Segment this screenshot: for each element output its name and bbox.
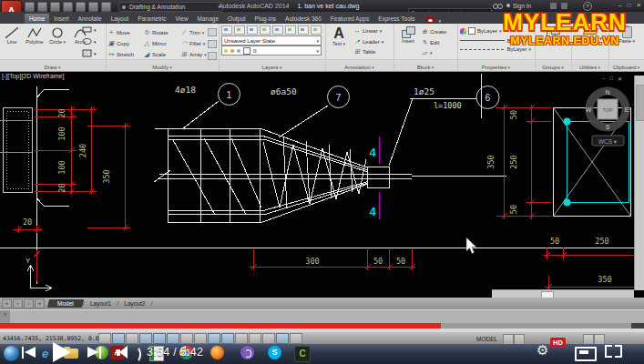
- next-layout-icon[interactable]: ›: [24, 298, 34, 308]
- windows-start-icon[interactable]: [4, 346, 19, 361]
- am-toggle[interactable]: [290, 333, 302, 344]
- help-icon[interactable]: ?: [583, 2, 592, 11]
- lwt-toggle[interactable]: [235, 333, 248, 344]
- mirror-button[interactable]: △Mirror: [143, 38, 180, 49]
- tab-layout2[interactable]: Layout2: [118, 299, 150, 308]
- tab-home[interactable]: Home: [25, 14, 49, 24]
- explode-icon[interactable]: [208, 40, 217, 48]
- groups-panel-label[interactable]: Groups: [535, 65, 571, 70]
- layer-lock-icon[interactable]: [272, 25, 283, 35]
- model-space-button[interactable]: MODEL: [476, 336, 497, 342]
- drawing-canvas[interactable]: 20 100 100 20 240 350 20 300 50 50 50 25…: [0, 71, 644, 298]
- video-progress-bar[interactable]: [0, 323, 644, 329]
- layer-dropdown[interactable]: 0 ▾: [221, 46, 322, 56]
- properties-panel-label[interactable]: Properties: [457, 65, 535, 70]
- undo-icon[interactable]: [88, 2, 98, 12]
- utilities-panel-label[interactable]: Utilities: [571, 65, 608, 70]
- measure-button[interactable]: Measure: [573, 27, 608, 41]
- workspace-dropdown[interactable]: Drafting & Annotation: [118, 2, 223, 12]
- viewcube-east[interactable]: E: [625, 106, 629, 113]
- tab-layout1[interactable]: Layout1: [85, 299, 117, 308]
- move-button[interactable]: +Move: [107, 27, 143, 38]
- 3dosnap-toggle[interactable]: [180, 333, 193, 344]
- block-panel-label[interactable]: Block: [394, 65, 457, 70]
- camtasia-icon[interactable]: C: [294, 346, 311, 362]
- previous-button[interactable]: [22, 347, 24, 359]
- rectangle-button[interactable]: ▾: [82, 25, 97, 34]
- tab-plugins[interactable]: Plug-ins: [250, 14, 281, 24]
- tab-insert[interactable]: Insert: [49, 14, 73, 24]
- tab-view[interactable]: View: [171, 14, 193, 24]
- tab-manage[interactable]: Manage: [193, 14, 224, 24]
- volume-speaker-icon[interactable]: [119, 346, 128, 359]
- object-color-dropdown[interactable]: ByLayer: [460, 27, 531, 35]
- copy-button[interactable]: ▣Copy: [107, 38, 143, 49]
- qp-toggle[interactable]: [262, 333, 275, 344]
- create-block-button[interactable]: ⊕Create: [421, 28, 446, 35]
- annotation-panel-label[interactable]: Annotation: [325, 65, 394, 70]
- communication-center-icon[interactable]: [561, 3, 567, 9]
- sign-in-button[interactable]: Sign In: [506, 3, 531, 9]
- viewcube-west[interactable]: W: [586, 106, 592, 113]
- minimize-icon[interactable]: –: [618, 2, 622, 9]
- record-icon[interactable]: [425, 16, 435, 24]
- layer-freeze-icon[interactable]: [260, 25, 271, 35]
- doc-close-icon[interactable]: ✕: [618, 76, 622, 82]
- otrack-toggle[interactable]: [194, 333, 207, 344]
- wcs-dropdown[interactable]: WCS ▾: [598, 138, 618, 145]
- open-icon[interactable]: [37, 2, 47, 12]
- next-icon[interactable]: [87, 347, 98, 358]
- last-layout-icon[interactable]: »: [35, 298, 45, 308]
- workspace-switch-icon[interactable]: [594, 334, 605, 345]
- tab-parametric[interactable]: Parametric: [133, 14, 170, 24]
- viber-icon[interactable]: [240, 346, 254, 359]
- tab-model[interactable]: Model: [47, 299, 84, 308]
- infer-toggle[interactable]: [98, 333, 111, 344]
- tab-autodesk360[interactable]: Autodesk 360: [281, 14, 326, 24]
- next-button[interactable]: [99, 347, 101, 359]
- plot-icon[interactable]: [76, 2, 86, 12]
- osnap-toggle[interactable]: [167, 333, 179, 344]
- search-binoculars-icon[interactable]: [493, 4, 502, 8]
- ortho-toggle[interactable]: [139, 333, 152, 344]
- layer-isolate-icon[interactable]: [247, 25, 258, 35]
- layout-quickview-icon[interactable]: [503, 334, 514, 345]
- ellipse-button[interactable]: ▾: [82, 37, 97, 46]
- redo-icon[interactable]: [101, 2, 111, 12]
- fullscreen-icon[interactable]: [605, 345, 622, 358]
- offset-icon[interactable]: [208, 52, 217, 60]
- layer-match-icon[interactable]: [285, 25, 296, 35]
- modify-panel-label[interactable]: Modify: [106, 65, 219, 70]
- sc-toggle[interactable]: [276, 333, 289, 344]
- close-icon[interactable]: ✕: [637, 2, 641, 9]
- clipboard-panel-label[interactable]: Clipboard: [608, 65, 644, 70]
- paste-button[interactable]: Paste: [610, 26, 643, 44]
- tab-featured-apps[interactable]: Featured Apps: [326, 14, 373, 24]
- internet-explorer-icon[interactable]: e: [42, 346, 48, 361]
- polyline-button[interactable]: Polyline: [25, 26, 45, 45]
- draw-panel-label[interactable]: Draw: [0, 65, 105, 70]
- doc-restore-icon[interactable]: □: [609, 76, 613, 82]
- viewcube-south[interactable]: S: [606, 124, 610, 130]
- layer-walk-icon[interactable]: [311, 25, 322, 35]
- previous-icon[interactable]: [25, 347, 36, 358]
- linetype-dropdown[interactable]: ByLayer: [460, 46, 531, 52]
- new-icon[interactable]: [25, 2, 35, 12]
- saveas-icon[interactable]: [63, 2, 73, 12]
- viewcube-north[interactable]: N: [605, 89, 609, 96]
- theater-mode-icon[interactable]: [575, 347, 597, 361]
- snap-toggle[interactable]: [112, 333, 125, 344]
- doc-minimize-icon[interactable]: –: [602, 76, 605, 82]
- viewport-controls[interactable]: [-][Top][2D Wireframe]: [2, 73, 64, 79]
- leader-button[interactable]: ↗Leader: [353, 38, 383, 46]
- tab-output[interactable]: Output: [223, 14, 250, 24]
- tab-express-tools[interactable]: Express Tools: [373, 14, 419, 24]
- skype-icon[interactable]: S: [268, 346, 281, 359]
- first-layout-icon[interactable]: «: [2, 298, 12, 308]
- scale-button[interactable]: ◢Scale: [143, 49, 180, 60]
- erase-icon[interactable]: [208, 28, 217, 36]
- drawing-quickview-icon[interactable]: [514, 334, 525, 345]
- rotate-button[interactable]: ↻Rotate: [143, 27, 180, 38]
- tpy-toggle[interactable]: [249, 333, 261, 344]
- group-button[interactable]: Group: [537, 27, 569, 42]
